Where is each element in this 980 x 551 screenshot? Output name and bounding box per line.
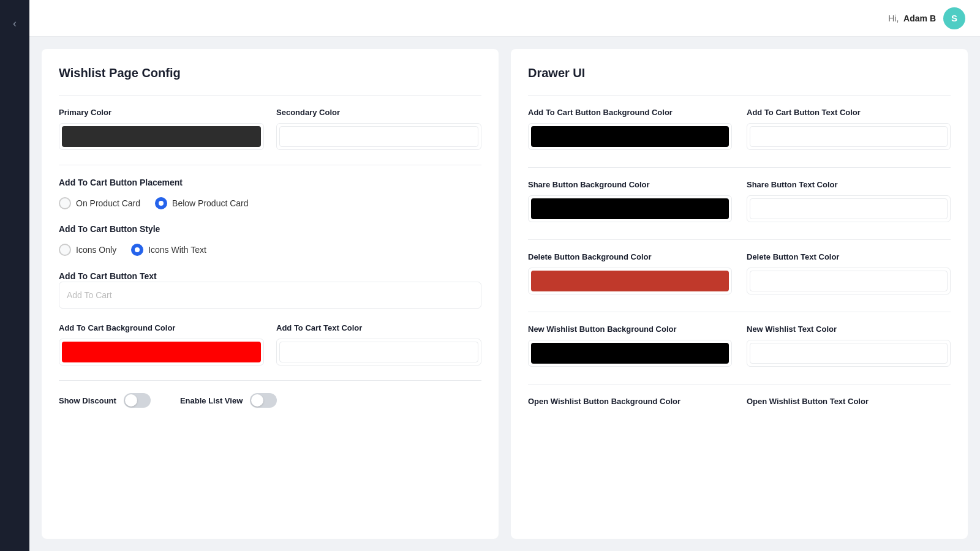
enable-list-view-toggle-item: Enable List View [180, 393, 277, 408]
drawer-nw-bg-label: New Wishlist Button Background Color [528, 324, 732, 334]
drawer-atc-text-group: Add To Cart Button Text Color [747, 108, 951, 150]
drawer-share-bg-group: Share Button Background Color [528, 180, 732, 222]
drawer-ow-text-label: Open Wishlist Button Text Color [747, 397, 951, 406]
drawer-add-to-cart-row: Add To Cart Button Background Color Add … [528, 108, 951, 150]
secondary-color-group: Secondary Color [276, 108, 481, 150]
drawer-delete-text-label: Delete Button Text Color [747, 252, 951, 261]
style-label-icons-with-text: Icons With Text [148, 245, 206, 255]
topbar: Hi, Adam B S [29, 0, 980, 37]
drawer-add-to-cart-section: Add To Cart Button Background Color Add … [528, 108, 951, 150]
drawer-ow-bg-label: Open Wishlist Button Background Color [528, 397, 732, 406]
drawer-share-row: Share Button Background Color Share Butt… [528, 180, 951, 222]
cart-text-color-swatch[interactable] [276, 339, 481, 365]
drawer-nw-text-label: New Wishlist Text Color [747, 324, 951, 334]
user-info: Hi, Adam B S [888, 7, 965, 29]
drawer-divider-5 [528, 384, 951, 384]
drawer-open-wishlist-row: Open Wishlist Button Background Color Op… [528, 397, 951, 412]
divider-2 [59, 165, 481, 165]
drawer-ow-bg-group: Open Wishlist Button Background Color [528, 397, 732, 412]
show-discount-label: Show Discount [59, 396, 116, 405]
secondary-color-inner [279, 126, 478, 147]
button-text-section: Add To Cart Button Text [59, 271, 481, 309]
cart-text-color-group: Add To Cart Text Color [276, 323, 481, 365]
style-radio-icons-with-text[interactable] [131, 244, 143, 256]
enable-list-view-toggle[interactable] [250, 393, 277, 408]
placement-label: Add To Cart Button Placement [59, 178, 481, 187]
cart-bg-color-group: Add To Cart Background Color [59, 323, 264, 365]
drawer-nw-bg-swatch[interactable] [528, 340, 732, 367]
drawer-atc-bg-group: Add To Cart Button Background Color [528, 108, 732, 150]
divider-3 [59, 380, 481, 381]
drawer-delete-row: Delete Button Background Color Delete Bu… [528, 252, 951, 294]
greeting-text: Hi, Adam B [888, 13, 936, 23]
drawer-delete-text-swatch[interactable] [747, 268, 951, 294]
primary-color-label: Primary Color [59, 108, 264, 117]
style-label-icons-only: Icons Only [76, 245, 116, 255]
drawer-atc-bg-swatch[interactable] [528, 123, 732, 150]
drawer-atc-bg-inner [531, 126, 729, 147]
drawer-share-bg-inner [531, 198, 729, 219]
show-discount-thumb [125, 394, 137, 407]
drawer-atc-text-swatch[interactable] [747, 123, 951, 150]
primary-color-swatch[interactable] [59, 123, 264, 150]
secondary-color-label: Secondary Color [276, 108, 481, 117]
drawer-share-section: Share Button Background Color Share Butt… [528, 180, 951, 222]
placement-radio-group: On Product Card Below Product Card [59, 197, 481, 209]
style-radio-icons-only[interactable] [59, 244, 71, 256]
drawer-share-text-group: Share Button Text Color [747, 180, 951, 222]
main-area: Hi, Adam B S Wishlist Page Config Primar… [29, 0, 980, 551]
drawer-new-wishlist-row: New Wishlist Button Background Color New… [528, 324, 951, 367]
cart-bg-color-inner [62, 342, 261, 362]
style-option-icons-only[interactable]: Icons Only [59, 244, 116, 256]
drawer-delete-text-group: Delete Button Text Color [747, 252, 951, 294]
drawer-divider-4 [528, 312, 951, 312]
color-row: Primary Color Secondary Color [59, 108, 481, 150]
drawer-share-bg-swatch[interactable] [528, 195, 732, 222]
drawer-nw-text-swatch[interactable] [747, 340, 951, 367]
drawer-delete-section: Delete Button Background Color Delete Bu… [528, 252, 951, 294]
drawer-divider-3 [528, 239, 951, 240]
style-section: Add To Cart Button Style Icons Only Icon… [59, 224, 481, 256]
drawer-atc-bg-label: Add To Cart Button Background Color [528, 108, 732, 117]
enable-list-view-thumb [251, 394, 263, 407]
drawer-atc-text-inner [750, 126, 948, 147]
drawer-divider-2 [528, 167, 951, 168]
content-area: Wishlist Page Config Primary Color Secon… [29, 37, 980, 551]
drawer-share-bg-label: Share Button Background Color [528, 180, 732, 189]
show-discount-toggle[interactable] [124, 393, 151, 408]
drawer-atc-text-label: Add To Cart Button Text Color [747, 108, 951, 117]
style-label: Add To Cart Button Style [59, 224, 481, 234]
button-text-input[interactable] [59, 282, 481, 309]
style-option-icons-with-text[interactable]: Icons With Text [131, 244, 206, 256]
drawer-ui-title: Drawer UI [528, 66, 951, 80]
drawer-divider-1 [528, 95, 951, 96]
avatar[interactable]: S [943, 7, 965, 29]
drawer-share-text-label: Share Button Text Color [747, 180, 951, 189]
drawer-delete-bg-label: Delete Button Background Color [528, 252, 732, 261]
drawer-nw-bg-group: New Wishlist Button Background Color [528, 324, 732, 367]
drawer-delete-bg-swatch[interactable] [528, 268, 732, 294]
cart-color-row: Add To Cart Background Color Add To Cart… [59, 323, 481, 365]
placement-label-below-card: Below Product Card [172, 198, 249, 208]
divider-1 [59, 95, 481, 96]
back-icon[interactable]: ‹ [8, 12, 21, 35]
sidebar: ‹ [0, 0, 29, 551]
drawer-nw-text-inner [750, 343, 948, 364]
secondary-color-swatch[interactable] [276, 123, 481, 150]
drawer-delete-bg-group: Delete Button Background Color [528, 252, 732, 294]
placement-radio-below-card[interactable] [155, 197, 167, 209]
cart-text-color-label: Add To Cart Text Color [276, 323, 481, 332]
drawer-nw-bg-inner [531, 343, 729, 364]
cart-bg-color-swatch[interactable] [59, 339, 264, 365]
drawer-share-text-inner [750, 198, 948, 219]
toggle-row: Show Discount Enable List View [59, 393, 481, 408]
drawer-open-wishlist-section: Open Wishlist Button Background Color Op… [528, 397, 951, 412]
primary-color-inner [62, 126, 261, 147]
placement-radio-on-card[interactable] [59, 197, 71, 209]
drawer-share-text-swatch[interactable] [747, 195, 951, 222]
placement-option-on-card[interactable]: On Product Card [59, 197, 140, 209]
drawer-delete-bg-inner [531, 271, 729, 291]
enable-list-view-label: Enable List View [180, 396, 243, 405]
placement-option-below-card[interactable]: Below Product Card [155, 197, 249, 209]
drawer-ui-card: Drawer UI Add To Cart Button Background … [511, 49, 968, 539]
